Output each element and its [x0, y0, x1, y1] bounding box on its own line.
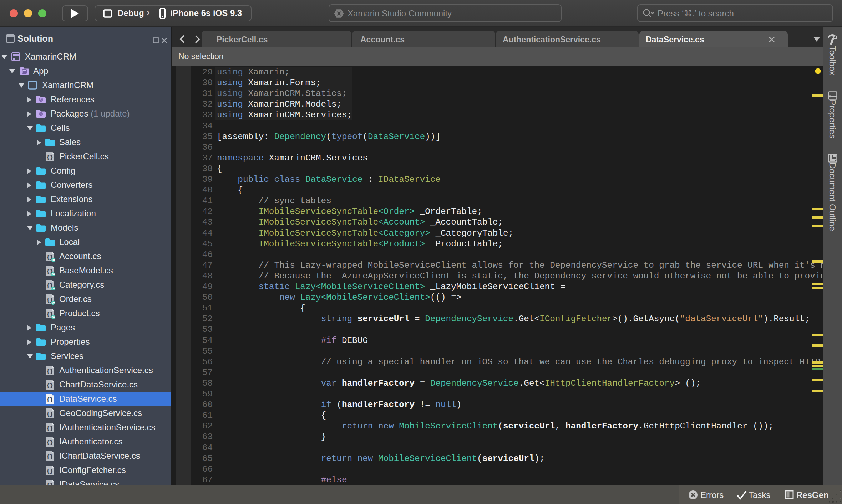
svg-text:{}: {}: [46, 468, 53, 474]
svg-text:{}: {}: [46, 454, 53, 460]
svg-text:{}: {}: [46, 369, 53, 375]
svg-text:{}: {}: [46, 397, 53, 403]
svg-text:{}: {}: [46, 383, 53, 389]
svg-text:{}: {}: [46, 440, 53, 446]
svg-text:{}: {}: [46, 155, 53, 161]
svg-text:{}: {}: [46, 411, 53, 417]
svg-text:{}: {}: [46, 426, 53, 432]
